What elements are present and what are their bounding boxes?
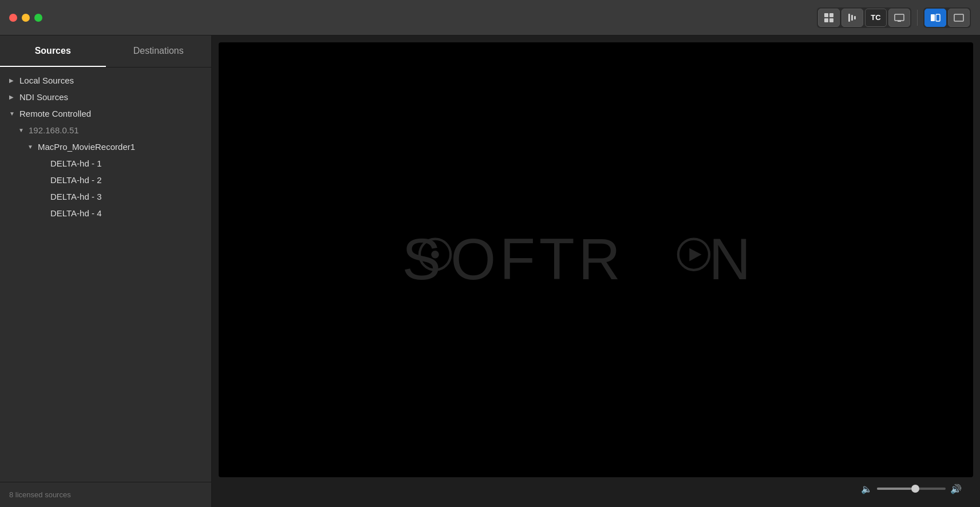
- svg-rect-3: [829, 18, 833, 22]
- tree-item-label: NDI Sources: [19, 92, 68, 102]
- main-content: S OFTR N 🔈 🔊: [212, 35, 980, 507]
- svg-rect-7: [895, 14, 904, 21]
- tree-item-label: MacPro_MovieRecorder1: [38, 142, 135, 152]
- monitor-button[interactable]: [888, 9, 910, 27]
- svg-rect-11: [954, 14, 963, 21]
- tab-sources[interactable]: Sources: [0, 35, 106, 67]
- tree-item-label: DELTA-hd - 4: [50, 208, 101, 218]
- svg-rect-8: [898, 21, 901, 22]
- softron-logo: S OFTR N: [401, 228, 791, 291]
- bars-view-button[interactable]: [841, 9, 863, 27]
- tree-arrow-icon: ▼: [27, 144, 34, 150]
- monitor-icon: [894, 14, 904, 22]
- sidebar-tabs: Sources Destinations: [0, 35, 211, 68]
- volume-knob[interactable]: [911, 485, 919, 493]
- tree-item-label: Remote Controlled: [19, 109, 91, 118]
- tree-item-label: DELTA-hd - 3: [50, 192, 101, 201]
- tree-item[interactable]: ▼MacPro_MovieRecorder1: [0, 138, 211, 155]
- layout-group: [923, 7, 971, 28]
- tree-item[interactable]: DELTA-hd - 2: [0, 172, 211, 188]
- svg-point-14: [431, 251, 439, 259]
- svg-rect-10: [936, 14, 940, 21]
- volume-fill: [877, 488, 911, 490]
- volume-min-icon: 🔈: [861, 484, 872, 494]
- tree-item-label: 192.168.0.51: [29, 125, 79, 135]
- tree-arrow-icon: ▶: [9, 77, 16, 84]
- svg-rect-0: [824, 13, 828, 17]
- svg-rect-4: [848, 14, 850, 22]
- svg-rect-1: [829, 13, 833, 17]
- svg-marker-17: [689, 248, 701, 262]
- license-text: 8 licensed sources: [9, 490, 71, 499]
- svg-text:S: S: [402, 228, 445, 291]
- toolbar-right: TC: [817, 7, 971, 28]
- tree-item-label: Local Sources: [19, 76, 74, 85]
- svg-rect-6: [854, 16, 856, 19]
- volume-max-icon: 🔊: [950, 484, 962, 494]
- preview-area: S OFTR N: [219, 42, 973, 477]
- tc-label: TC: [871, 13, 880, 22]
- tree-item-label: DELTA-hd - 2: [50, 175, 101, 185]
- tab-destinations[interactable]: Destinations: [106, 35, 212, 67]
- view-mode-group: TC: [817, 7, 911, 28]
- layout1-icon: [930, 14, 941, 22]
- titlebar: TC: [0, 0, 980, 35]
- svg-text:N: N: [709, 228, 754, 291]
- volume-slider[interactable]: [877, 488, 946, 490]
- layout1-button[interactable]: [924, 9, 946, 27]
- tree-arrow-icon: ▶: [9, 94, 16, 100]
- tree-item-label: DELTA-hd - 1: [50, 159, 101, 168]
- sidebar-tree: ▶Local Sources▶NDI Sources▼Remote Contro…: [0, 68, 211, 482]
- sidebar-footer: 8 licensed sources: [0, 482, 211, 507]
- tree-item[interactable]: ▶NDI Sources: [0, 89, 211, 105]
- grid-icon: [824, 13, 834, 23]
- layout2-button[interactable]: [948, 9, 970, 27]
- svg-text:OFTR: OFTR: [451, 228, 624, 291]
- toolbar-separator: [917, 10, 918, 26]
- minimize-button[interactable]: [22, 14, 30, 22]
- maximize-button[interactable]: [34, 14, 42, 22]
- tree-arrow-icon: ▼: [9, 110, 16, 117]
- tree-item[interactable]: DELTA-hd - 3: [0, 188, 211, 205]
- bottom-bar: 🔈 🔊: [219, 477, 973, 500]
- tree-item[interactable]: DELTA-hd - 4: [0, 205, 211, 221]
- tree-item[interactable]: ▼192.168.0.51: [0, 122, 211, 138]
- svg-rect-9: [931, 14, 935, 21]
- grid-view-button[interactable]: [818, 9, 840, 27]
- main-layout: Sources Destinations ▶Local Sources▶NDI …: [0, 35, 980, 507]
- window-controls: [9, 14, 42, 22]
- tree-item[interactable]: ▼Remote Controlled: [0, 105, 211, 122]
- layout2-icon: [954, 14, 964, 22]
- close-button[interactable]: [9, 14, 17, 22]
- tc-button[interactable]: TC: [865, 9, 887, 27]
- sidebar: Sources Destinations ▶Local Sources▶NDI …: [0, 35, 212, 507]
- bars-icon: [847, 13, 858, 23]
- svg-rect-5: [851, 15, 853, 21]
- svg-rect-2: [824, 18, 828, 22]
- tree-item[interactable]: DELTA-hd - 1: [0, 155, 211, 172]
- tree-item[interactable]: ▶Local Sources: [0, 72, 211, 89]
- tree-arrow-icon: ▼: [18, 127, 25, 133]
